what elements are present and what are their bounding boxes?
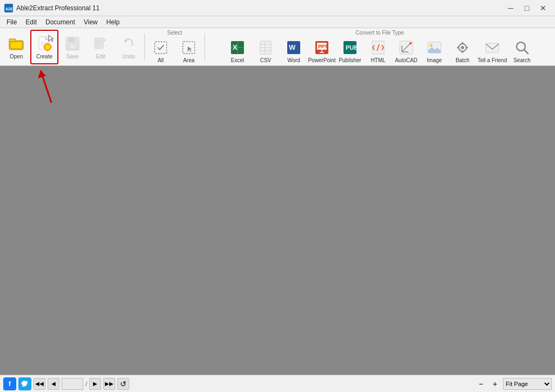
batch-icon	[454, 39, 471, 56]
title-left: A2E Able2Extract Professional 11	[4, 4, 100, 12]
image-icon	[426, 39, 443, 56]
svg-text:PUB: PUB	[346, 44, 358, 51]
csv-button[interactable]: CSV	[252, 36, 280, 65]
svg-point-52	[430, 44, 433, 46]
app-icon: A2E	[4, 4, 13, 12]
publisher-icon: PUB	[341, 39, 359, 56]
batch-label: Batch	[455, 57, 470, 64]
image-button[interactable]: Image	[420, 36, 448, 65]
create-button[interactable]: Create	[30, 30, 58, 64]
svg-point-54	[461, 46, 464, 49]
bottom-bar: f ◀◀ ◀ / ▶ ▶▶ ↺ − + Fit Page 50% 75% 100…	[0, 375, 555, 392]
save-button[interactable]: Save	[58, 30, 87, 64]
refresh-button[interactable]: ↺	[117, 378, 129, 390]
svg-rect-4	[10, 42, 22, 49]
edit-button[interactable]: Edit	[87, 30, 115, 64]
batch-button[interactable]: Batch	[448, 36, 477, 65]
title-text: Able2Extract Professional 11	[16, 4, 100, 12]
sep-2	[204, 34, 205, 61]
powerpoint-button[interactable]: PPT PowerPoint	[308, 36, 336, 65]
convert-group: Convert to File Type X Excel	[207, 28, 553, 65]
menu-bar: File Edit Document View Help	[0, 16, 555, 28]
menu-edit[interactable]: Edit	[21, 17, 41, 27]
svg-text:A2E: A2E	[5, 7, 13, 11]
csv-icon	[257, 39, 274, 56]
facebook-icon[interactable]: f	[3, 377, 16, 390]
undo-label: Undo	[122, 54, 135, 60]
maximize-button[interactable]: □	[519, 2, 534, 14]
word-icon: W	[285, 39, 302, 56]
svg-rect-19	[95, 38, 103, 49]
edit-label: Edit	[96, 54, 105, 60]
select-area-button[interactable]: Area	[175, 36, 203, 65]
select-all-button[interactable]: All	[147, 36, 175, 65]
first-page-button[interactable]: ◀◀	[34, 378, 45, 390]
zoom-out-button[interactable]: −	[475, 378, 487, 390]
select-group: Select All	[147, 28, 203, 65]
autocad-button[interactable]: AutoCAD	[392, 36, 420, 65]
open-button[interactable]: Open	[2, 30, 30, 64]
minimize-button[interactable]: ─	[503, 2, 518, 14]
create-label: Create	[36, 54, 52, 60]
menu-document[interactable]: Document	[41, 17, 80, 27]
menu-help[interactable]: Help	[102, 17, 124, 27]
undo-icon	[120, 35, 137, 52]
page-number-input[interactable]	[62, 378, 83, 390]
zoom-select[interactable]: Fit Page 50% 75% 100% 125% 150%	[503, 378, 552, 390]
main-content	[0, 66, 555, 375]
convert-group-label: Convert to File Type	[207, 28, 553, 36]
tell-a-friend-button[interactable]: Tell a Friend	[477, 36, 508, 65]
excel-button[interactable]: X Excel	[223, 36, 252, 65]
svg-rect-59	[486, 43, 499, 52]
prev-page-button[interactable]: ◀	[48, 378, 60, 390]
twitter-icon[interactable]	[18, 377, 31, 390]
search-button[interactable]: Search	[508, 36, 536, 65]
search-label: Search	[513, 57, 531, 64]
svg-rect-18	[69, 45, 76, 49]
excel-icon: X	[229, 39, 246, 56]
toolbar: Open	[0, 28, 555, 66]
svg-rect-56	[462, 51, 464, 53]
html-button[interactable]: HTML	[364, 36, 392, 65]
select-group-label: Select	[147, 28, 203, 36]
autocad-label: AutoCAD	[395, 57, 418, 64]
powerpoint-label: PowerPoint	[308, 57, 335, 64]
open-label: Open	[10, 54, 23, 60]
menu-view[interactable]: View	[80, 17, 102, 27]
svg-rect-55	[462, 42, 464, 44]
sep-1	[144, 34, 145, 61]
excel-label: Excel	[231, 57, 244, 64]
svg-rect-57	[457, 46, 459, 48]
svg-rect-24	[155, 42, 167, 54]
select-all-icon	[152, 39, 169, 56]
last-page-button[interactable]: ▶▶	[103, 378, 115, 390]
svg-line-61	[524, 50, 528, 54]
title-bar: A2E Able2Extract Professional 11 ─ □ ✕	[0, 0, 555, 16]
svg-rect-16	[68, 37, 75, 42]
edit-icon	[92, 35, 109, 52]
publisher-label: Publisher	[339, 57, 361, 64]
select-area-icon	[180, 39, 197, 56]
tell-a-friend-label: Tell a Friend	[478, 57, 507, 64]
create-icon	[36, 35, 53, 52]
svg-text:W: W	[289, 43, 296, 51]
title-controls: ─ □ ✕	[503, 2, 551, 14]
svg-point-50	[409, 42, 412, 44]
save-label: Save	[67, 54, 79, 60]
word-button[interactable]: W Word	[280, 36, 308, 65]
zoom-in-button[interactable]: +	[489, 378, 501, 390]
publisher-button[interactable]: PUB Publisher	[336, 36, 364, 65]
image-label: Image	[427, 57, 442, 64]
select-all-label: All	[157, 57, 163, 64]
powerpoint-icon: PPT	[313, 39, 331, 56]
svg-rect-58	[466, 46, 468, 48]
html-label: HTML	[371, 57, 385, 64]
svg-marker-23	[124, 40, 128, 43]
html-icon	[369, 39, 387, 56]
undo-button[interactable]: Undo	[115, 30, 143, 64]
close-button[interactable]: ✕	[536, 2, 551, 14]
menu-file[interactable]: File	[2, 17, 21, 27]
search-icon	[513, 39, 531, 56]
next-page-button[interactable]: ▶	[89, 378, 101, 390]
page-separator: /	[85, 381, 87, 387]
